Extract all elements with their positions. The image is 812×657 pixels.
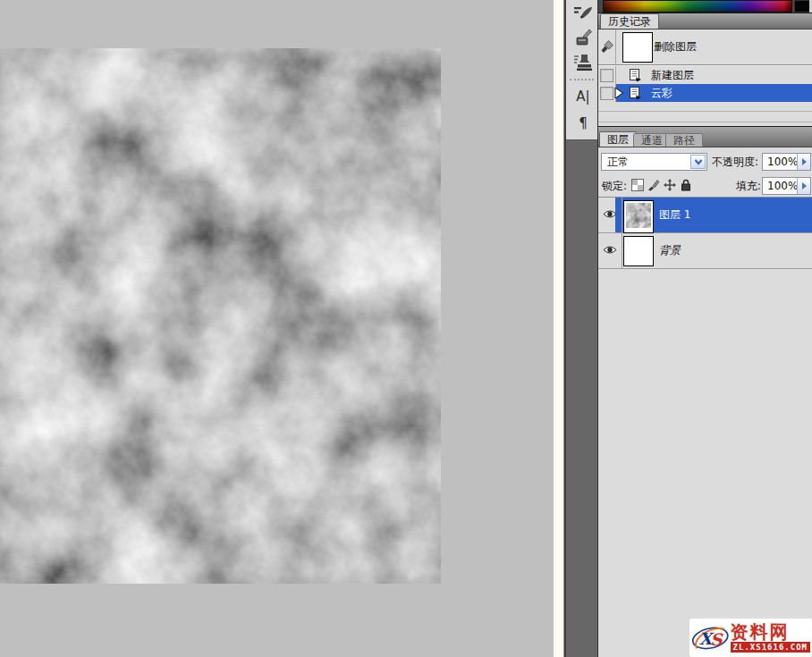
- history-tabbar: 历史记录: [598, 13, 812, 29]
- chevron-down-icon: [694, 159, 703, 165]
- snapshot-thumbnail[interactable]: [622, 32, 653, 63]
- history-action-icon: [628, 68, 642, 82]
- panel-divider: [598, 111, 812, 112]
- brushes-panel-icon[interactable]: [572, 2, 594, 23]
- lock-all-icon[interactable]: [680, 179, 692, 191]
- fill-label: 填充:: [736, 175, 761, 197]
- layers-lock-row: 锁定: 填充: 100%: [598, 175, 812, 197]
- blend-mode-value: 正常: [607, 154, 629, 170]
- tool-presets-panel-icon[interactable]: [572, 27, 594, 48]
- scrollbar-track[interactable]: [554, 0, 564, 657]
- fill-popup-button[interactable]: [797, 178, 810, 194]
- combo-dropdown-button[interactable]: [690, 155, 706, 169]
- history-state-row-selected[interactable]: 云彩: [598, 84, 812, 102]
- clouds-render: [0, 48, 441, 584]
- history-snapshot-row[interactable]: 删除图层: [598, 29, 812, 65]
- snapshot-label: 删除图层: [654, 29, 697, 64]
- blend-mode-select[interactable]: 正常: [601, 153, 707, 171]
- layers-options-row: 正常 不透明度: 100%: [598, 147, 812, 175]
- history-slider-pointer-icon[interactable]: [614, 87, 624, 99]
- color-panel-bottom: [598, 0, 812, 13]
- clouds-thumbnail: [626, 203, 651, 228]
- character-panel-icon[interactable]: A|: [572, 86, 594, 107]
- watermark-site-name: 资料网: [731, 623, 790, 641]
- history-state-label: 云彩: [651, 84, 672, 102]
- lock-position-icon[interactable]: [664, 179, 676, 191]
- layer-thumbnail[interactable]: [623, 200, 654, 233]
- history-state-row[interactable]: 新建图层: [598, 66, 812, 84]
- eye-icon[interactable]: [603, 209, 617, 219]
- watermark-logo: X S 资料网 ZL.XS1616.COM: [689, 619, 812, 657]
- svg-text:S: S: [710, 630, 723, 649]
- dock-separator: [570, 79, 594, 80]
- lock-transparency-icon[interactable]: [631, 179, 644, 191]
- layer-thumbnail[interactable]: [623, 236, 654, 266]
- opacity-label: 不透明度:: [712, 153, 758, 171]
- arrow-right-icon: [802, 182, 807, 190]
- eye-icon[interactable]: [603, 245, 617, 255]
- canvas-workspace: [0, 0, 554, 657]
- selection-highlight: [615, 84, 812, 102]
- color-spectrum-bar[interactable]: [603, 0, 792, 13]
- layer-row-selected[interactable]: 图层 1: [598, 197, 812, 233]
- opacity-value: 100%: [767, 154, 798, 170]
- tab-history[interactable]: 历史记录: [600, 13, 659, 29]
- opacity-field[interactable]: 100%: [762, 153, 811, 171]
- panel-dock: A| ¶: [564, 0, 597, 657]
- history-action-icon: [628, 86, 642, 100]
- layers-tabbar: 图层 通道 路径: [598, 126, 812, 147]
- watermark-url: ZL.XS1616.COM: [731, 642, 810, 653]
- history-state-label: 新建图层: [651, 66, 694, 84]
- opacity-popup-button[interactable]: [797, 154, 810, 170]
- lock-pixels-icon[interactable]: [647, 179, 660, 191]
- lock-label: 锁定:: [602, 175, 627, 197]
- layer-name[interactable]: 背景: [659, 233, 681, 268]
- panel-dock-icons: A| ¶: [566, 0, 597, 140]
- panels-column: 历史记录 删除图层 新建图层: [597, 0, 812, 657]
- history-source-well[interactable]: [600, 69, 613, 82]
- fill-field[interactable]: 100%: [762, 177, 811, 195]
- document-canvas[interactable]: [0, 48, 441, 584]
- arrow-right-icon: [802, 158, 807, 165]
- paragraph-panel-icon[interactable]: ¶: [572, 113, 594, 134]
- history-source-well[interactable]: [600, 87, 613, 100]
- layer-row-background[interactable]: 背景: [598, 233, 812, 269]
- layer-comps-panel-icon[interactable]: [572, 52, 594, 73]
- tab-paths[interactable]: 路径: [665, 133, 703, 147]
- tab-layers[interactable]: 图层: [599, 131, 637, 147]
- layer-name[interactable]: 图层 1: [659, 198, 690, 232]
- history-brush-source-icon[interactable]: [601, 40, 613, 54]
- fill-value: 100%: [767, 178, 798, 194]
- panel-divider: [598, 122, 812, 122]
- xs-logo-icon: X S: [691, 620, 730, 656]
